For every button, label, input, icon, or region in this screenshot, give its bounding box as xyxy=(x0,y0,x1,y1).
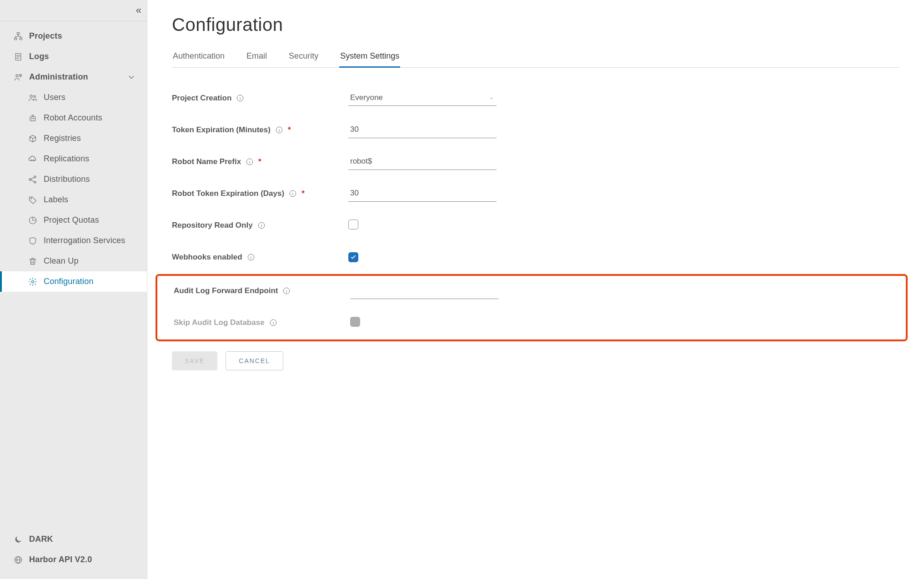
label-skip-audit-log-db: Skip Audit Log Database xyxy=(174,318,350,327)
document-icon xyxy=(14,52,23,61)
select-project-creation[interactable]: Everyone xyxy=(348,90,497,106)
row-webhooks-enabled: Webhooks enabled xyxy=(172,247,899,268)
sidebar-nav: Projects Logs Administration Users Robot… xyxy=(0,21,147,529)
checkbox-webhooks-enabled[interactable] xyxy=(348,252,358,262)
label-robot-token-expiration: Robot Token Expiration (Days) * xyxy=(172,189,348,198)
sidebar-item-label: Registries xyxy=(44,134,81,143)
sidebar-collapse-button[interactable]: « xyxy=(136,5,139,16)
svg-point-13 xyxy=(34,181,36,183)
svg-point-6 xyxy=(30,95,32,97)
row-robot-token-expiration: Robot Token Expiration (Days) * xyxy=(172,183,899,204)
pie-icon xyxy=(28,216,37,225)
checkbox-skip-audit-log-db xyxy=(350,317,360,327)
form-actions: SAVE CANCEL xyxy=(172,351,899,370)
info-icon[interactable] xyxy=(247,253,255,261)
cloud-sync-icon xyxy=(28,155,37,164)
sitemap-icon xyxy=(14,32,23,41)
info-icon[interactable] xyxy=(269,319,277,327)
api-icon xyxy=(14,555,23,564)
sidebar-item-label: Clean Up xyxy=(44,256,79,266)
sidebar-item-label: Distributions xyxy=(44,175,90,184)
row-skip-audit-log-db: Skip Audit Log Database xyxy=(157,312,901,333)
gear-user-icon xyxy=(14,73,23,82)
sidebar: « Projects Logs Administration Users xyxy=(0,0,147,579)
input-robot-token-expiration[interactable] xyxy=(348,186,497,202)
users-icon xyxy=(28,93,37,102)
tabs: Authentication Email Security System Set… xyxy=(172,48,899,68)
tab-email[interactable]: Email xyxy=(246,48,268,67)
tab-system-settings[interactable]: System Settings xyxy=(339,48,400,67)
sidebar-item-logs[interactable]: Logs xyxy=(0,46,147,67)
theme-label: DARK xyxy=(29,534,53,544)
sidebar-item-projects[interactable]: Projects xyxy=(0,26,147,46)
chevron-down-icon xyxy=(127,73,136,82)
sidebar-subitem-configuration[interactable]: Configuration xyxy=(0,271,147,292)
main-content: Configuration Authentication Email Secur… xyxy=(147,0,924,579)
tab-authentication[interactable]: Authentication xyxy=(172,48,226,67)
sidebar-subitem-labels[interactable]: Labels xyxy=(0,190,147,210)
theme-toggle[interactable]: DARK xyxy=(0,529,147,549)
robot-icon xyxy=(28,114,37,123)
save-button[interactable]: SAVE xyxy=(172,351,217,370)
sidebar-item-label: Projects xyxy=(29,31,62,41)
sidebar-item-administration[interactable]: Administration xyxy=(0,67,147,87)
gear-icon xyxy=(28,277,37,286)
info-icon[interactable] xyxy=(282,287,291,295)
highlight-audit-log-section: Audit Log Forward Endpoint Skip Audit Lo… xyxy=(156,274,908,341)
api-link[interactable]: Harbor API V2.0 xyxy=(0,549,147,570)
row-repo-read-only: Repository Read Only xyxy=(172,215,899,236)
info-icon[interactable] xyxy=(289,190,297,198)
svg-point-14 xyxy=(31,198,32,199)
sidebar-subitem-replications[interactable]: Replications xyxy=(0,149,147,169)
row-token-expiration: Token Expiration (Minutes) * xyxy=(172,120,899,140)
sidebar-item-label: Logs xyxy=(29,52,49,61)
api-label: Harbor API V2.0 xyxy=(29,555,92,564)
info-icon[interactable] xyxy=(246,158,254,166)
svg-point-16 xyxy=(32,280,34,283)
sidebar-subitem-project-quotas[interactable]: Project Quotas xyxy=(0,210,147,230)
label-robot-name-prefix: Robot Name Prefix * xyxy=(172,157,348,166)
info-icon[interactable] xyxy=(275,126,283,134)
svg-point-10 xyxy=(33,118,34,119)
svg-rect-8 xyxy=(30,116,35,120)
label-audit-log-forward: Audit Log Forward Endpoint xyxy=(174,286,350,295)
label-project-creation: Project Creation xyxy=(172,94,348,103)
sidebar-subitem-users[interactable]: Users xyxy=(0,87,147,108)
row-robot-name-prefix: Robot Name Prefix * xyxy=(172,151,899,172)
cancel-button[interactable]: CANCEL xyxy=(226,351,283,370)
share-icon xyxy=(28,175,37,184)
input-robot-name-prefix[interactable] xyxy=(348,154,497,170)
tag-icon xyxy=(28,195,37,205)
shield-icon xyxy=(28,236,37,245)
svg-rect-2 xyxy=(20,38,22,40)
input-audit-log-forward[interactable] xyxy=(350,283,498,299)
tab-security[interactable]: Security xyxy=(288,48,319,67)
info-icon[interactable] xyxy=(236,94,244,102)
svg-point-11 xyxy=(29,178,31,180)
sidebar-item-label: Labels xyxy=(44,195,68,205)
sidebar-subitem-registries[interactable]: Registries xyxy=(0,128,147,149)
sidebar-subitem-clean-up[interactable]: Clean Up xyxy=(0,251,147,271)
svg-rect-0 xyxy=(17,32,20,34)
info-icon[interactable] xyxy=(257,221,266,230)
moon-icon xyxy=(14,535,23,544)
label-repo-read-only: Repository Read Only xyxy=(172,221,348,230)
svg-point-4 xyxy=(16,75,18,77)
sidebar-item-label: Robot Accounts xyxy=(44,113,102,123)
label-token-expiration: Token Expiration (Minutes) * xyxy=(172,125,348,135)
sidebar-item-label: Administration xyxy=(29,72,88,82)
sidebar-item-label: Project Quotas xyxy=(44,215,99,225)
svg-point-7 xyxy=(34,95,35,97)
cube-icon xyxy=(28,134,37,143)
sidebar-item-label: Configuration xyxy=(44,277,94,286)
checkbox-repo-read-only[interactable] xyxy=(348,220,358,230)
sidebar-item-label: Replications xyxy=(44,154,89,164)
input-token-expiration[interactable] xyxy=(348,122,497,138)
svg-rect-1 xyxy=(15,38,17,40)
sidebar-item-label: Users xyxy=(44,93,65,102)
sidebar-subitem-interrogation-services[interactable]: Interrogation Services xyxy=(0,230,147,251)
sidebar-subitem-distributions[interactable]: Distributions xyxy=(0,169,147,190)
svg-point-9 xyxy=(31,118,32,119)
sidebar-subitem-robot-accounts[interactable]: Robot Accounts xyxy=(0,108,147,128)
row-project-creation: Project Creation Everyone ⌄ xyxy=(172,88,899,109)
